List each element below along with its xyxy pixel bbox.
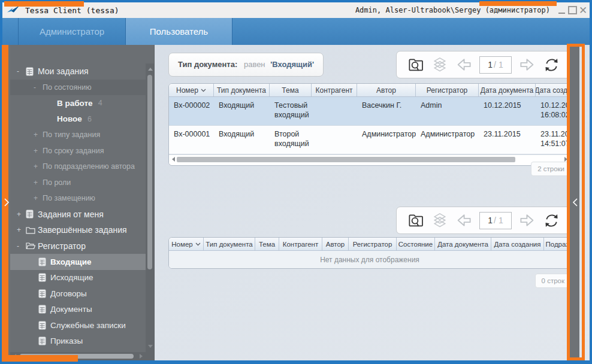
sidebar-item-Задания от меня[interactable]: +Задания от меня (10, 207, 146, 223)
column-header-Дата документа[interactable]: Дата документа (479, 84, 536, 96)
maximize-button[interactable] (567, 4, 578, 16)
sidebar-item-Завершённые задания[interactable]: +Завершённые задания (10, 222, 146, 238)
sidebar-item-label: По подразделению автора (43, 162, 135, 171)
page-previous-icon[interactable] (455, 211, 473, 229)
sidebar-vertical-scrollbar[interactable] (146, 63, 154, 352)
column-header-Контрагент[interactable]: Контрагент (312, 84, 357, 96)
sidebar-item-В работе[interactable]: В работе4 (10, 95, 146, 111)
column-header-Подраз[interactable]: Подраз (544, 238, 570, 250)
column-header-Регистратор[interactable]: Регистратор (349, 238, 397, 250)
column-header-Автор[interactable]: Автор (357, 84, 416, 96)
sidebar-item-По сроку задания[interactable]: +По сроку задания (10, 143, 146, 159)
sidebar-item-Исходящие[interactable]: Исходящие (10, 270, 146, 286)
scroll-left-icon[interactable] (172, 157, 175, 162)
sidebar-item-По подразделению автора[interactable]: +По подразделению автора (10, 159, 146, 175)
column-header-Автор[interactable]: Автор (322, 238, 349, 250)
search-folder-icon[interactable] (407, 56, 425, 74)
layers-icon[interactable] (431, 212, 448, 229)
sidebar-item-По типу задания[interactable]: +По типу задания (10, 127, 146, 143)
scroll-down-icon[interactable] (148, 345, 153, 348)
page-next-icon[interactable] (518, 56, 536, 74)
sidebar-item-Мои задания[interactable]: -Мои задания (10, 63, 146, 80)
scrollbar-thumb[interactable] (147, 75, 152, 269)
tab-user[interactable]: Пользователь (126, 18, 232, 45)
column-header-Тип документа[interactable]: Тип документа (214, 84, 270, 96)
filter-operator: равен (244, 60, 265, 69)
expander-icon[interactable]: - (34, 83, 43, 92)
tab-administrator[interactable]: Администратор (19, 18, 125, 45)
chevron-right-icon[interactable] (4, 198, 10, 207)
row-count-badge: 0 строк (535, 274, 571, 288)
scroll-up-icon[interactable] (148, 68, 153, 71)
sidebar-item-Договоры[interactable]: Договоры (10, 286, 146, 302)
page-indicator[interactable]: 1 / 1 (479, 212, 512, 229)
sidebar-item-Приказы[interactable]: Приказы (10, 333, 146, 350)
tab-separator (232, 18, 232, 45)
sidebar-item-label: В работе (57, 99, 93, 108)
expander-icon[interactable]: + (17, 210, 26, 219)
column-header-label: Номер (176, 86, 198, 95)
sidebar-item-label: Исходящие (50, 273, 93, 282)
column-header-label: Дата созда (536, 86, 570, 95)
column-header-Номер[interactable]: Номер (169, 84, 214, 96)
sidebar-item-Документы[interactable]: Документы (10, 302, 146, 318)
table-cell: Администратор (357, 126, 416, 154)
sidebar-tree: -Мои задания-По состояниюВ работе4Новое6… (10, 63, 146, 352)
sidebar-item-label: Документы (50, 305, 92, 314)
column-header-Дата созда[interactable]: Дата созда (536, 84, 570, 96)
column-header-Состояние[interactable]: Состояние (397, 238, 435, 250)
sidebar-item-По замещению[interactable]: +По замещению (10, 190, 146, 207)
sidebar-item-Регистратор[interactable]: -Регистратор (10, 238, 146, 254)
column-header-Тип документа[interactable]: Тип документа (204, 238, 255, 250)
table-cell: Входящий (214, 126, 270, 154)
column-header-Тема[interactable]: Тема (255, 238, 279, 250)
table-row[interactable]: Вх-000002ВходящийТестовый входящийВасечк… (169, 97, 570, 126)
filter-chip[interactable]: Тип документа: равен 'Входящий' (168, 53, 324, 77)
scroll-right-icon[interactable] (564, 157, 567, 162)
expander-icon[interactable]: + (17, 226, 26, 234)
sidebar-item-label: Входящие (50, 257, 91, 266)
sidebar-horizontal-scrollbar[interactable] (10, 352, 146, 360)
refresh-icon[interactable] (543, 212, 560, 229)
sidebar-item-label: Новое (57, 114, 82, 123)
sidebar-item-Служебные записки[interactable]: Служебные записки (10, 317, 146, 333)
sidebar-item-По роли[interactable]: +По роли (10, 175, 146, 191)
expander-icon[interactable]: + (34, 147, 43, 155)
scrollbar-thumb[interactable] (177, 157, 515, 162)
workspace-tabbar: Администратор Пользователь (2, 18, 590, 45)
expander-icon[interactable]: + (34, 178, 43, 187)
sidebar-item-Входящие[interactable]: Входящие (10, 254, 146, 270)
expander-icon[interactable]: + (34, 162, 43, 171)
scroll-left-icon[interactable] (13, 354, 16, 359)
table-horizontal-scrollbar[interactable] (169, 154, 570, 164)
expander-icon[interactable]: + (34, 131, 43, 139)
scrollbar-thumb[interactable] (20, 354, 134, 359)
page-indicator[interactable]: 1 / 1 (479, 56, 512, 74)
minimize-button[interactable] (556, 4, 567, 16)
expander-icon[interactable]: + (34, 194, 43, 202)
column-header-label: Регистратор (427, 86, 468, 95)
expander-icon[interactable]: - (17, 242, 26, 250)
close-button[interactable]: ✕ (578, 4, 588, 16)
scroll-right-icon[interactable] (140, 354, 143, 359)
column-header-Дата создания[interactable]: Дата создания (491, 238, 544, 250)
page-previous-icon[interactable] (455, 56, 473, 74)
refresh-icon[interactable] (543, 56, 560, 74)
table-row[interactable]: Вх-000001ВходящийВторой входящийАдминист… (169, 126, 570, 154)
column-header-Регистратор[interactable]: Регистратор (416, 84, 479, 96)
column-header-Контрагент[interactable]: Контрагент (279, 238, 322, 250)
folder-icon (26, 226, 38, 234)
chevron-left-icon[interactable] (572, 198, 578, 207)
column-header-label: Дата создания (494, 241, 541, 248)
sidebar-item-По состоянию[interactable]: -По состоянию (10, 80, 146, 96)
column-header-Дата документа[interactable]: Дата документа (435, 238, 491, 250)
sidebar-item-Новое[interactable]: Новое6 (10, 111, 146, 128)
layers-icon[interactable] (431, 56, 448, 73)
column-header-Номер[interactable]: Номер (169, 238, 204, 250)
search-folder-icon[interactable] (407, 211, 425, 229)
page-next-icon[interactable] (518, 211, 536, 229)
doc-icon (38, 289, 50, 298)
title-bar[interactable]: Tessa Client (tessa) Admin, Alser-Ultrab… (2, 2, 590, 19)
column-header-Тема[interactable]: Тема (270, 84, 312, 96)
expander-icon[interactable]: - (17, 67, 26, 75)
